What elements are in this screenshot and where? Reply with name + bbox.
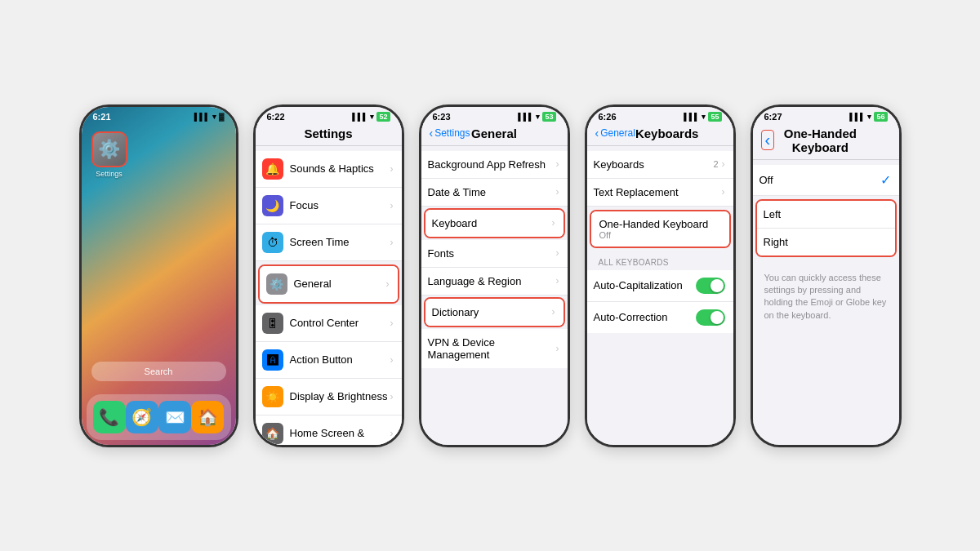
chevron-icon: › [556, 247, 559, 259]
battery-5: 56 [874, 112, 887, 122]
chevron-icon: › [386, 278, 390, 290]
back-button-4[interactable]: ‹ General [595, 127, 635, 140]
list-item[interactable]: Background App Refresh › [421, 151, 568, 179]
dock-home[interactable]: 🏠 [191, 401, 224, 433]
general-list: Background App Refresh › Date & Time › K… [421, 146, 568, 445]
chevron-icon: › [722, 158, 725, 170]
general-item[interactable]: ⚙️ General › [260, 266, 398, 302]
all-keyboards-header: ALL KEYBOARDS [587, 255, 733, 269]
auto-correct-item[interactable]: Auto-Correction [587, 302, 733, 333]
signal-3: ▌▌▌ [518, 113, 533, 121]
app-icon-settings[interactable]: ⚙️ Settings [90, 131, 129, 178]
list-item[interactable]: Fonts › [421, 240, 568, 268]
list-item[interactable]: Language & Region › [421, 268, 568, 295]
time-1: 6:21 [93, 112, 111, 122]
chevron-icon: › [390, 391, 394, 402]
dictionary-item[interactable]: Dictionary › [425, 299, 564, 326]
battery-3: 53 [542, 112, 555, 122]
language-label: Language & Region [428, 275, 556, 287]
toggle-knob [710, 279, 724, 292]
back-button-5[interactable]: ‹ [761, 130, 775, 150]
keyboards-value: 2 [713, 159, 718, 169]
back-button-3[interactable]: ‹ Settings [430, 127, 470, 140]
off-option[interactable]: Off ✓ [753, 165, 899, 196]
settings-icon[interactable]: ⚙️ [91, 131, 127, 167]
list-item[interactable]: VPN & Device Management › [421, 329, 568, 368]
right-label: Right [764, 236, 887, 248]
right-option[interactable]: Right [757, 229, 895, 256]
time-3: 6:23 [433, 112, 451, 122]
search-bar[interactable]: Search [91, 362, 226, 381]
display-icon: ☀️ [262, 386, 283, 407]
general-title: General [470, 127, 519, 140]
dock: 📞 🧭 ✉️ 🏠 [87, 394, 231, 440]
chevron-icon: › [556, 275, 559, 287]
sounds-icon: 🔔 [262, 158, 283, 180]
keyboards-item[interactable]: Keyboards 2 › [587, 151, 733, 179]
chevron-icon: › [552, 306, 555, 318]
general-nav-header: ‹ Settings General [421, 123, 568, 146]
phone-5-onehanded: 6:27 ▌▌▌ ▾ 56 ‹ One-Handed Keyboard Off … [751, 104, 902, 447]
status-bar-2: 6:22 ▌▌▌ ▾ 52 [256, 107, 402, 123]
phone-4-keyboards: 6:26 ▌▌▌ ▾ 55 ‹ General Keyboards Keyboa… [585, 104, 736, 447]
status-icons-1: ▌▌▌ ▾ ▓ [194, 113, 225, 121]
time-4: 6:26 [599, 112, 617, 122]
list-item[interactable]: ☀️ Display & Brightness › [256, 379, 402, 415]
settings-list: 🔔 Sounds & Haptics › 🌙 Focus › ⏱ Screen … [256, 146, 402, 445]
list-item[interactable]: Date & Time › [421, 179, 568, 207]
list-item[interactable]: 🏠 Home Screen & › [256, 415, 402, 445]
chevron-icon: › [556, 343, 559, 354]
dock-phone[interactable]: 📞 [93, 401, 126, 433]
chevron-icon: › [390, 237, 394, 248]
chevron-icon: › [552, 217, 555, 229]
status-bar-3: 6:23 ▌▌▌ ▾ 53 [421, 107, 568, 123]
list-item[interactable]: ⏱ Screen Time › [256, 224, 402, 261]
one-handed-value: Off [599, 230, 611, 240]
chevron-icon: › [722, 186, 725, 198]
signal-5: ▌▌▌ [849, 113, 865, 121]
onehanded-list: Off ✓ Left Right You can quickly access … [753, 160, 899, 445]
list-item[interactable]: 🌙 Focus › [256, 188, 402, 224]
chevron-icon: › [390, 318, 394, 329]
wifi-2: ▾ [370, 113, 374, 121]
one-handed-item[interactable]: One-Handed Keyboard Off [591, 211, 729, 247]
list-item[interactable]: 🔔 Sounds & Haptics › [256, 151, 402, 188]
battery-4: 55 [708, 112, 721, 122]
home-screen: 6:21 ▌▌▌ ▾ ▓ ⚙️ Settings Search 📞 🧭 ✉️ 🏠 [82, 107, 236, 445]
auto-correct-label: Auto-Correction [594, 311, 696, 323]
back-label-4: General [600, 127, 635, 139]
screentime-label: Screen Time [290, 236, 390, 248]
chevron-icon: › [390, 163, 394, 175]
general-icon: ⚙️ [266, 273, 287, 295]
back-chevron-3: ‹ [430, 127, 434, 140]
keyboards-label: Keyboards [594, 158, 714, 171]
text-replacement-label: Text Replacement [594, 186, 722, 198]
keyboard-label: Keyboard [432, 217, 552, 229]
one-handed-label: One-Handed Keyboard [599, 218, 709, 230]
auto-correct-toggle[interactable] [696, 309, 725, 326]
homescreen-label: Home Screen & [290, 427, 390, 439]
dock-safari[interactable]: 🧭 [126, 401, 158, 433]
list-item[interactable]: 🅰 Action Button › [256, 342, 402, 379]
list-item[interactable]: 🎛 Control Center › [256, 305, 402, 342]
general-screen: 6:23 ▌▌▌ ▾ 53 ‹ Settings General Backgro… [421, 107, 568, 445]
left-option[interactable]: Left [757, 201, 895, 229]
text-replacement-item[interactable]: Text Replacement › [587, 179, 733, 207]
settings-nav-header: Settings [256, 123, 402, 146]
status-bar-5: 6:27 ▌▌▌ ▾ 56 [753, 107, 899, 123]
off-label: Off [760, 174, 880, 186]
wifi-4: ▾ [702, 113, 706, 121]
keyboard-item[interactable]: Keyboard › [425, 210, 564, 237]
focus-icon: 🌙 [262, 195, 283, 216]
controlcenter-label: Control Center [290, 317, 390, 329]
auto-cap-toggle[interactable] [696, 278, 725, 294]
dock-mail[interactable]: ✉️ [158, 401, 191, 433]
wifi-3: ▾ [536, 113, 540, 121]
chevron-icon: › [390, 200, 394, 211]
status-icons-3: ▌▌▌ ▾ 53 [518, 112, 555, 122]
info-text: You can quickly access these settings by… [753, 264, 899, 331]
settings-screen: 6:22 ▌▌▌ ▾ 52 Settings 🔔 Sounds & Haptic… [256, 107, 402, 445]
datetime-label: Date & Time [428, 186, 556, 198]
screentime-icon: ⏱ [262, 232, 283, 253]
auto-cap-item[interactable]: Auto-Capitalization [587, 270, 733, 302]
